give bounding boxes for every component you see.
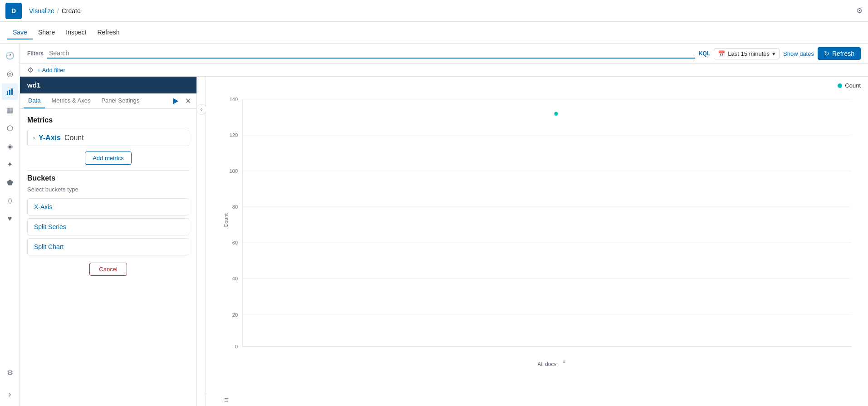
bucket-split-series-label: Split Series: [34, 223, 66, 230]
visualize-icon[interactable]: [2, 83, 18, 100]
add-metrics-button[interactable]: Add metrics: [85, 152, 132, 165]
chevron-down-icon: ▾: [772, 50, 775, 57]
chart-wrapper: 140 120 100 80 60: [206, 91, 868, 394]
panel-collapse-col: ‹: [197, 77, 206, 406]
gear-icon[interactable]: ⚙: [27, 66, 34, 74]
svg-rect-2: [11, 88, 13, 95]
tab-metrics-axes[interactable]: Metrics & Axes: [47, 93, 95, 108]
svg-text:40: 40: [232, 276, 238, 281]
discover-icon[interactable]: ◎: [2, 65, 18, 82]
svg-text:0: 0: [235, 344, 238, 349]
svg-rect-1: [9, 90, 10, 95]
settings-icon-sidebar[interactable]: ⚙: [2, 364, 18, 381]
svg-text:20: 20: [232, 312, 238, 317]
svg-point-22: [554, 112, 558, 116]
maps-icon[interactable]: ◈: [2, 138, 18, 154]
left-sidebar: 🕐 ◎ ▦ ⬡ ◈ ✦ ⬟ ⟨⟩ ♥ ⚙ ›: [0, 44, 20, 406]
panel-title: wd1: [27, 81, 40, 89]
buckets-title: Buckets: [27, 174, 189, 182]
breadcrumb: Visualize / Create: [29, 7, 81, 15]
app-logo: D: [5, 3, 22, 19]
left-panel: wd1 Data Metrics & Axes Panel Settings ✕: [20, 77, 197, 406]
dashboard-icon[interactable]: ▦: [2, 102, 18, 118]
settings-icon-top[interactable]: ⚙: [856, 7, 863, 15]
time-range-label: Last 15 minutes: [728, 50, 770, 57]
refresh-toolbar-button[interactable]: Refresh: [92, 26, 125, 39]
refresh-blue-button[interactable]: ↻ Refresh: [818, 47, 861, 60]
metric-chevron-icon: ›: [33, 135, 35, 141]
chart-svg: 140 120 100 80 60: [224, 94, 861, 376]
bucket-x-axis[interactable]: X-Axis: [27, 198, 189, 215]
chart-legend: Count: [206, 80, 868, 91]
show-dates-button[interactable]: Show dates: [783, 50, 814, 57]
ml-icon[interactable]: ✦: [2, 156, 18, 172]
metric-name-label: Count: [64, 134, 84, 142]
svg-marker-3: [173, 98, 178, 104]
panel-tabs: Data Metrics & Axes Panel Settings ✕: [20, 93, 196, 109]
monitoring-icon[interactable]: ♥: [2, 210, 18, 227]
more-options-button[interactable]: ⋮: [192, 198, 197, 212]
svg-text:All docs: All docs: [537, 361, 556, 367]
clock-icon[interactable]: 🕐: [2, 47, 18, 64]
tab-panel-settings[interactable]: Panel Settings: [97, 93, 144, 108]
metrics-title: Metrics: [27, 116, 189, 124]
buckets-section: Buckets Select buckets type X-Axis Split…: [27, 174, 189, 276]
tab-data[interactable]: Data: [24, 93, 45, 108]
refresh-icon: ↻: [824, 50, 829, 57]
main-layout: 🕐 ◎ ▦ ⬡ ◈ ✦ ⬟ ⟨⟩ ♥ ⚙ › Filters KQL 📅 Las…: [0, 44, 868, 406]
svg-text:80: 80: [232, 204, 238, 210]
bucket-split-chart[interactable]: Split Chart: [27, 238, 189, 255]
panel-content: Metrics › Y-Axis Count Add metrics Bucke…: [20, 109, 196, 406]
calendar-icon: 📅: [718, 50, 725, 57]
chart-area: Count 140 120: [206, 77, 868, 406]
collapse-panel-button[interactable]: ‹: [196, 104, 207, 115]
svg-text:≡: ≡: [563, 359, 566, 364]
settings-row: ⚙ + Add filter: [20, 64, 868, 77]
inspect-button[interactable]: Inspect: [60, 26, 92, 39]
svg-text:100: 100: [230, 168, 238, 174]
metrics-section: Metrics › Y-Axis Count Add metrics: [27, 116, 189, 165]
bucket-split-series[interactable]: Split Series: [27, 218, 189, 235]
svg-text:Count: Count: [224, 213, 229, 227]
run-button[interactable]: [169, 95, 181, 108]
add-filter-link[interactable]: + Add filter: [37, 67, 65, 73]
buckets-subtitle: Select buckets type: [27, 186, 189, 193]
legend-dot: [838, 83, 842, 88]
bucket-split-chart-label: Split Chart: [34, 243, 64, 250]
share-button[interactable]: Share: [33, 26, 60, 39]
chart-bottom-bar: ≡: [206, 394, 868, 406]
svg-text:140: 140: [230, 97, 238, 102]
metric-axis-label: Y-Axis: [39, 134, 61, 142]
list-view-button[interactable]: ≡: [224, 396, 228, 404]
bucket-x-axis-label: X-Axis: [34, 203, 52, 210]
metric-row[interactable]: › Y-Axis Count: [27, 130, 189, 146]
close-panel-button[interactable]: ✕: [183, 95, 193, 107]
svg-text:60: 60: [232, 240, 238, 245]
siem-icon[interactable]: ⬟: [2, 174, 18, 191]
kql-badge[interactable]: KQL: [699, 50, 710, 57]
breadcrumb-current: Create: [62, 7, 81, 15]
svg-text:120: 120: [230, 132, 238, 138]
search-input[interactable]: [47, 49, 695, 59]
breadcrumb-parent[interactable]: Visualize: [29, 7, 54, 15]
collapse-sidebar-button[interactable]: ›: [2, 386, 18, 402]
cancel-button[interactable]: Cancel: [89, 263, 127, 276]
filter-bar: Filters KQL 📅 Last 15 minutes ▾ Show dat…: [20, 44, 868, 64]
second-toolbar: Save Share Inspect Refresh: [0, 22, 868, 44]
section-divider: [27, 170, 189, 171]
panel-area: wd1 Data Metrics & Axes Panel Settings ✕: [20, 77, 868, 406]
breadcrumb-separator: /: [57, 7, 59, 15]
panel-header: wd1: [20, 77, 196, 93]
devtools-icon[interactable]: ⟨⟩: [2, 192, 18, 209]
canvas-icon[interactable]: ⬡: [2, 120, 18, 136]
save-button[interactable]: Save: [7, 26, 33, 39]
top-bar: D Visualize / Create ⚙: [0, 0, 868, 22]
filter-label: Filters: [27, 50, 44, 57]
time-picker[interactable]: 📅 Last 15 minutes ▾: [714, 48, 780, 59]
svg-rect-0: [7, 91, 8, 95]
legend-label: Count: [845, 82, 861, 89]
